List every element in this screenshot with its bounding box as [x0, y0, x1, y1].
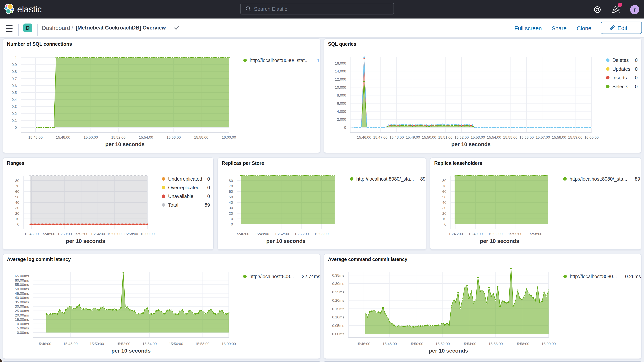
svg-text:70: 70	[442, 184, 446, 188]
svg-text:65.00ms: 65.00ms	[15, 274, 29, 278]
svg-text:15:50:00: 15:50:00	[58, 232, 72, 236]
svg-text:http://localhost:8080/_sta...: http://localhost:8080/_sta...	[570, 176, 627, 182]
svg-text:15:55:00: 15:55:00	[508, 232, 522, 236]
svg-text:15:58:00: 15:58:00	[195, 342, 210, 346]
svg-text:0.05ms: 0.05ms	[332, 324, 344, 328]
svg-text:per 10 seconds: per 10 seconds	[66, 238, 105, 244]
svg-text:50: 50	[442, 195, 446, 199]
svg-text:30.00ms: 30.00ms	[15, 304, 29, 308]
svg-text:0.30ms: 0.30ms	[332, 282, 344, 286]
svg-text:40: 40	[442, 200, 446, 204]
svg-text:14,000: 14,000	[335, 69, 346, 73]
svg-text:25.00ms: 25.00ms	[15, 309, 29, 313]
svg-text:15:52:00: 15:52:00	[74, 232, 88, 236]
svg-text:15:55:00: 15:55:00	[503, 135, 518, 139]
svg-text:0.8: 0.8	[12, 70, 17, 74]
svg-text:40: 40	[15, 200, 19, 204]
svg-text:8,000: 8,000	[337, 93, 346, 97]
svg-text:Inserts: Inserts	[612, 75, 627, 80]
svg-text:0: 0	[207, 176, 210, 182]
svg-text:0.9: 0.9	[12, 63, 17, 67]
svg-text:http://localhost:808...: http://localhost:808...	[250, 274, 294, 279]
svg-text:16:00:00: 16:00:00	[542, 342, 556, 346]
svg-text:15:58:00: 15:58:00	[314, 232, 328, 236]
svg-text:Deletes: Deletes	[612, 58, 629, 63]
svg-text:0.7: 0.7	[12, 77, 17, 81]
svg-text:0: 0	[635, 75, 638, 80]
svg-text:0.00ms: 0.00ms	[17, 330, 29, 335]
svg-text:15:56:00: 15:56:00	[166, 135, 181, 139]
svg-text:0.26ms: 0.26ms	[625, 274, 641, 279]
svg-text:20: 20	[229, 212, 233, 216]
svg-text:70: 70	[15, 184, 19, 188]
svg-text:15:54:00: 15:54:00	[142, 342, 157, 346]
svg-text:0.10ms: 0.10ms	[332, 315, 344, 319]
svg-text:15:48:00: 15:48:00	[56, 135, 70, 139]
svg-text:15:59:00: 15:59:00	[568, 135, 582, 139]
svg-text:10: 10	[229, 217, 233, 221]
svg-text:16:00:00: 16:00:00	[140, 232, 155, 236]
svg-text:80: 80	[229, 179, 233, 183]
svg-text:15:46:00: 15:46:00	[357, 135, 371, 139]
svg-text:10,000: 10,000	[335, 86, 346, 90]
svg-text:30: 30	[229, 206, 233, 210]
svg-text:15:47:00: 15:47:00	[373, 135, 388, 139]
svg-text:15:49:00: 15:49:00	[255, 232, 269, 236]
svg-text:Total: Total	[168, 202, 178, 208]
svg-text:15:52:00: 15:52:00	[274, 232, 289, 236]
svg-text:55.00ms: 55.00ms	[15, 282, 29, 287]
svg-text:20: 20	[442, 212, 446, 216]
svg-text:15.00ms: 15.00ms	[15, 318, 29, 322]
svg-text:15:53:00: 15:53:00	[471, 135, 485, 139]
svg-text:15:48:00: 15:48:00	[41, 232, 55, 236]
svg-text:70: 70	[229, 184, 233, 188]
svg-text:15:48:00: 15:48:00	[390, 135, 404, 139]
svg-text:http://localhost:8080/_stat...: http://localhost:8080/_stat...	[250, 58, 309, 63]
svg-text:0.4: 0.4	[12, 98, 17, 102]
svg-text:per 10 seconds: per 10 seconds	[266, 238, 306, 244]
svg-text:40: 40	[229, 200, 233, 204]
svg-text:0: 0	[207, 185, 210, 190]
svg-text:15:52:00: 15:52:00	[436, 342, 450, 346]
svg-text:15:58:00: 15:58:00	[124, 232, 138, 236]
svg-text:10.00ms: 10.00ms	[15, 322, 29, 326]
svg-text:15:54:00: 15:54:00	[487, 135, 501, 139]
svg-text:60: 60	[442, 190, 446, 194]
svg-text:per 10 seconds: per 10 seconds	[112, 348, 151, 354]
svg-text:0: 0	[15, 126, 17, 130]
svg-text:15:48:00: 15:48:00	[63, 342, 78, 346]
svg-text:16,000: 16,000	[335, 61, 346, 65]
svg-text:15:46:00: 15:46:00	[37, 342, 51, 346]
svg-text:40.00ms: 40.00ms	[15, 296, 29, 300]
svg-text:80: 80	[15, 179, 19, 183]
svg-text:16:00:00: 16:00:00	[584, 135, 599, 139]
svg-text:15:50:00: 15:50:00	[409, 342, 423, 346]
svg-text:15:56:00: 15:56:00	[488, 342, 503, 346]
svg-text:60.00ms: 60.00ms	[15, 278, 29, 282]
svg-text:0.15ms: 0.15ms	[332, 307, 344, 311]
svg-text:15:51:00: 15:51:00	[438, 135, 452, 139]
svg-text:80: 80	[442, 179, 446, 183]
svg-text:15:52:00: 15:52:00	[488, 232, 502, 236]
svg-text:15:52:00: 15:52:00	[111, 135, 126, 139]
svg-text:0.1: 0.1	[12, 118, 17, 122]
svg-text:30: 30	[442, 206, 446, 210]
svg-text:15:46:00: 15:46:00	[235, 232, 249, 236]
svg-text:60: 60	[15, 190, 19, 194]
svg-text:1: 1	[317, 58, 320, 63]
svg-text:15:58:00: 15:58:00	[194, 135, 208, 139]
svg-text:0.6: 0.6	[12, 84, 17, 88]
svg-text:16:00:00: 16:00:00	[222, 135, 236, 139]
svg-text:0.3: 0.3	[12, 104, 17, 108]
svg-text:15:46:00: 15:46:00	[24, 232, 39, 236]
svg-text:15:50:00: 15:50:00	[422, 135, 436, 139]
svg-text:http://localhost:8080/_sta...: http://localhost:8080/_sta...	[356, 176, 414, 182]
svg-text:15:54:00: 15:54:00	[90, 232, 105, 236]
svg-text:per 10 seconds: per 10 seconds	[429, 348, 468, 354]
svg-text:45.00ms: 45.00ms	[15, 292, 29, 296]
svg-text:16:00:00: 16:00:00	[222, 342, 236, 346]
svg-text:15:49:00: 15:49:00	[406, 135, 420, 139]
svg-text:89: 89	[420, 176, 426, 182]
svg-text:0.20ms: 0.20ms	[332, 298, 344, 302]
svg-text:15:56:00: 15:56:00	[520, 135, 534, 139]
